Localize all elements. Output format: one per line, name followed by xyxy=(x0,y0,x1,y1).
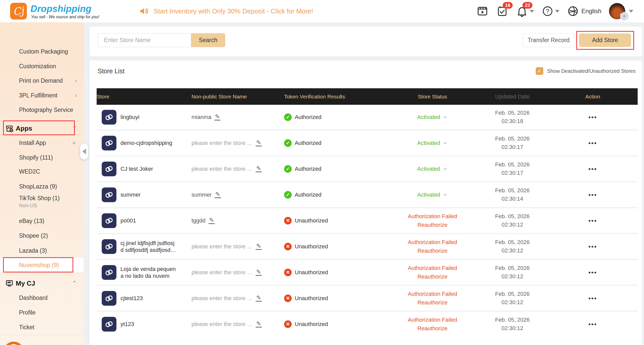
edit-icon[interactable]: ✎ xyxy=(256,166,262,172)
edit-icon[interactable]: ✎ xyxy=(256,140,262,146)
sidebar-item-nuvemshop-9[interactable]: Nuvemshop (9) xyxy=(0,258,84,272)
store-name: po001 xyxy=(120,217,136,224)
sidebar-item-my-cj[interactable]: My CJ ⌃ xyxy=(0,276,84,290)
logo-title: Dropshipping xyxy=(30,4,91,14)
nuvemshop-store-icon xyxy=(102,187,116,202)
sidebar-item-apps[interactable]: Apps ⌃ xyxy=(0,121,84,135)
notifications-button[interactable]: 22 xyxy=(516,5,534,17)
sidebar-item-label: Custom Packaging xyxy=(0,48,68,55)
show-deactivated-toggle[interactable]: ✓ Show Deactivated/Unauthorized Stores xyxy=(536,67,636,75)
edit-icon[interactable]: ✎ xyxy=(208,217,215,224)
sidebar-item-ebay-13[interactable]: eBay (13) xyxy=(0,214,84,228)
sidebar-item-wed2c[interactable]: WED2C xyxy=(0,164,84,179)
account-menu[interactable]: ✦ xyxy=(609,3,633,19)
chevron-right-icon: › xyxy=(75,92,77,99)
storefront-icon xyxy=(5,124,14,133)
edit-icon[interactable]: ✎ xyxy=(256,269,262,276)
sidebar-item-print-on-demand[interactable]: Print on Demand › xyxy=(0,74,84,88)
sidebar-collapse-handle[interactable] xyxy=(80,143,88,160)
sidebar-item-profile[interactable]: Profile xyxy=(0,305,84,320)
row-actions-button[interactable]: ••• xyxy=(588,217,597,224)
table-row: CJ test Joker please enter the store … ✎… xyxy=(97,157,638,181)
row-actions-button[interactable]: ••• xyxy=(588,191,597,198)
table-row: Loja de venda pequen a no lado da nuvem … xyxy=(97,260,638,285)
reauthorize-link[interactable]: Reauthorize xyxy=(408,222,457,228)
edit-icon[interactable]: ✎ xyxy=(256,243,262,250)
sidebar-item-label: Photography Service xyxy=(0,107,73,113)
row-actions-button[interactable]: ••• xyxy=(588,114,597,120)
authorization-failed-link[interactable]: Authorization Failed xyxy=(408,213,457,220)
store-name: yt123 xyxy=(120,321,134,327)
reauthorize-link[interactable]: Reauthorize xyxy=(408,273,457,280)
sidebar-item-label: Profile xyxy=(0,309,36,316)
show-deactivated-label: Show Deactivated/Unauthorized Stores xyxy=(547,68,636,74)
sidebar-item-tiktok-shop-1[interactable]: TikTok Shop (1) Non-US xyxy=(0,193,84,211)
sidebar-item-3pl-fulfillment[interactable]: 3PL Fulfillment › xyxy=(0,88,84,102)
reauthorize-link[interactable]: Reauthorize xyxy=(408,248,457,254)
updated-date: Feb. 05, 2026 02:30:12 xyxy=(477,265,548,280)
status-activated-dropdown[interactable]: Activated xyxy=(417,166,448,172)
status-activated-dropdown[interactable]: Activated xyxy=(417,140,448,146)
authorization-failed-link[interactable]: Authorization Failed xyxy=(408,265,457,271)
non-public-store-name: please enter the store … xyxy=(192,243,253,250)
row-actions-button[interactable]: ••• xyxy=(588,295,597,302)
sidebar-item-shoplazza-9[interactable]: ShopLazza (9) xyxy=(0,179,84,194)
reauthorize-link[interactable]: Reauthorize xyxy=(408,325,457,332)
row-actions-button[interactable]: ••• xyxy=(588,321,597,327)
updated-date: Feb. 05, 2026 02:30:17 xyxy=(477,161,548,176)
reauthorize-link[interactable]: Reauthorize xyxy=(408,299,457,306)
sidebar-item-shopee-2[interactable]: Shopee (2) xyxy=(0,229,84,243)
row-actions-button[interactable]: ••• xyxy=(588,243,597,250)
edit-icon[interactable]: ✎ xyxy=(256,321,262,327)
help-button[interactable]: ? xyxy=(542,5,560,17)
sidebar-item-ticket[interactable]: Ticket xyxy=(0,320,84,334)
row-actions-button[interactable]: ••• xyxy=(588,165,597,172)
authorization-failed-link[interactable]: Authorization Failed xyxy=(408,239,457,246)
search-input[interactable] xyxy=(98,33,191,47)
unauthorized-icon: ✕ xyxy=(284,295,292,302)
announcement-text: Start Inventory with Only 30% Deposit - … xyxy=(154,7,313,15)
edit-icon[interactable]: ✎ xyxy=(215,192,221,198)
row-actions-button[interactable]: ••• xyxy=(588,269,597,276)
updated-date: Feb. 05, 2026 02:30:12 xyxy=(477,291,548,306)
cj-logo[interactable]: Cj xyxy=(10,3,27,20)
video-tutorials-button[interactable] xyxy=(476,5,489,17)
row-actions-button[interactable]: ••• xyxy=(588,140,597,146)
edit-icon[interactable]: ✎ xyxy=(214,114,220,120)
sidebar-item-label: Ticket xyxy=(0,324,34,331)
edit-icon[interactable]: ✎ xyxy=(256,295,262,302)
language-selector[interactable]: English xyxy=(567,5,601,17)
sidebar-item-install-app[interactable]: Install App ＋ xyxy=(0,136,84,150)
sidebar-item-custom-packaging[interactable]: Custom Packaging xyxy=(0,44,84,59)
add-store-button[interactable]: Add Store xyxy=(579,33,631,47)
plus-icon[interactable]: ＋ xyxy=(71,139,77,147)
table-header: Store Non-public Store Name Token Verifi… xyxy=(97,88,638,105)
sidebar-item-customization[interactable]: Customization xyxy=(0,59,84,73)
status-failed: Authorization Failed Reauthorize xyxy=(408,265,457,280)
collapse-arrow-icon xyxy=(82,149,86,154)
sidebar-item-label: Nuvemshop (9) xyxy=(0,262,59,269)
sidebar-item-photography-service[interactable]: Photography Service xyxy=(0,103,84,117)
chevron-down-icon xyxy=(555,10,560,13)
sidebar-item-label: Shopify (111) xyxy=(0,154,53,161)
column-updated-date: Updated Date xyxy=(477,93,548,100)
sidebar-item-dashboard[interactable]: Dashboard xyxy=(0,291,84,305)
announcement-banner[interactable]: Start Inventory with Only 30% Deposit - … xyxy=(139,0,313,22)
chevron-up-icon: ⌃ xyxy=(72,280,77,287)
tasks-button[interactable]: 16 xyxy=(496,5,508,17)
search-button[interactable]: Search xyxy=(191,33,225,47)
support-mascot-icon[interactable] xyxy=(2,338,26,345)
checkbox-checked-icon[interactable]: ✓ xyxy=(536,67,543,75)
app-root: Cj Dropshipping You sell - We source and… xyxy=(0,0,644,345)
status-activated-dropdown[interactable]: Activated xyxy=(417,114,448,120)
sidebar-item-label: Lazada (3) xyxy=(0,247,47,254)
status-activated-dropdown[interactable]: Activated xyxy=(417,192,448,198)
page-title: Store List xyxy=(98,67,125,75)
cj-logo-monogram: Cj xyxy=(12,5,25,18)
updated-date: Feb. 05, 2026 02:30:14 xyxy=(477,187,548,202)
authorization-failed-link[interactable]: Authorization Failed xyxy=(408,291,457,297)
sidebar-item-shopify-111[interactable]: Shopify (111) xyxy=(0,150,84,165)
sidebar-item-lazada-3[interactable]: Lazada (3) xyxy=(0,244,84,258)
authorization-failed-link[interactable]: Authorization Failed xyxy=(408,317,457,323)
transfer-record-button[interactable]: Transfer Record xyxy=(523,33,575,47)
